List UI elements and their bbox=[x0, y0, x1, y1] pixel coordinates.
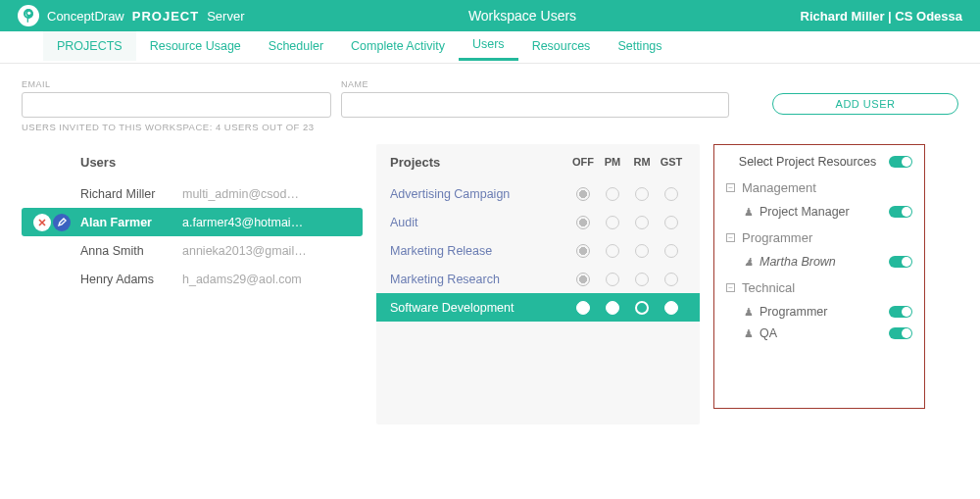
resource-group: −Programmer♟Martha Brown bbox=[726, 230, 912, 273]
brand-block: ConceptDraw PROJECT Server bbox=[18, 5, 244, 26]
resource-name: Programmer bbox=[760, 305, 827, 319]
tab-scheduler[interactable]: Scheduler bbox=[255, 31, 337, 61]
add-user-button[interactable]: ADD USER bbox=[772, 93, 958, 115]
role-radio-off[interactable] bbox=[568, 187, 598, 201]
svg-point-2 bbox=[27, 12, 30, 15]
resource-item[interactable]: ♟Programmer bbox=[726, 301, 912, 323]
current-user[interactable]: Richard Miller | CS Odessa bbox=[801, 9, 962, 24]
user-email: a.farmer43@hotmai… bbox=[182, 216, 363, 229]
resource-name: Project Manager bbox=[760, 205, 850, 219]
user-row[interactable]: Anna Smithannieka2013@gmail… bbox=[22, 236, 363, 265]
resource-toggle[interactable] bbox=[889, 327, 912, 339]
user-row[interactable]: Richard Millermulti_admin@csod… bbox=[22, 179, 363, 208]
project-name: Software Development bbox=[390, 301, 568, 315]
user-row[interactable]: Alan Farmera.farmer43@hotmai… bbox=[22, 208, 363, 236]
project-row[interactable]: Marketing Release bbox=[376, 236, 700, 265]
resource-item[interactable]: ♟QA bbox=[726, 323, 912, 344]
person-icon: ♟ bbox=[744, 256, 753, 269]
resources-title: Select Project Resources bbox=[726, 155, 889, 169]
collapse-icon[interactable]: − bbox=[726, 233, 735, 242]
role-radio-pm[interactable] bbox=[598, 301, 627, 315]
role-radio-rm[interactable] bbox=[627, 244, 657, 258]
col-rm: RM bbox=[627, 156, 657, 168]
collapse-icon[interactable]: − bbox=[726, 283, 735, 292]
projects-header: Projects OFF PM RM GST bbox=[376, 144, 700, 179]
resource-group-header[interactable]: −Management bbox=[726, 180, 912, 195]
name-label: NAME bbox=[341, 79, 729, 89]
page-title: Workspace Users bbox=[244, 8, 800, 24]
role-radio-pm[interactable] bbox=[598, 244, 627, 258]
col-off: OFF bbox=[568, 156, 598, 168]
resources-master-toggle[interactable] bbox=[889, 156, 912, 168]
resource-item[interactable]: ♟Project Manager bbox=[726, 201, 912, 223]
user-row[interactable]: Henry Adamsh_adams29@aol.com bbox=[22, 265, 363, 293]
users-column: Users Richard Millermulti_admin@csod…Ala… bbox=[22, 144, 363, 293]
collapse-icon[interactable]: − bbox=[726, 183, 735, 192]
brand-right: Server bbox=[207, 9, 244, 24]
role-radio-off[interactable] bbox=[568, 301, 598, 315]
col-pm: PM bbox=[598, 156, 627, 168]
role-radio-rm[interactable] bbox=[627, 216, 657, 229]
person-icon: ♟ bbox=[744, 306, 753, 319]
role-radio-gst[interactable] bbox=[657, 273, 686, 286]
tab-settings[interactable]: Settings bbox=[604, 31, 675, 61]
resource-toggle[interactable] bbox=[889, 206, 912, 218]
resources-panel: Select Project Resources −Management♟Pro… bbox=[713, 144, 925, 409]
tab-complete-activity[interactable]: Complete Activity bbox=[337, 31, 459, 61]
user-name: Henry Adams bbox=[76, 273, 182, 286]
role-radio-gst[interactable] bbox=[657, 187, 686, 201]
role-radio-off[interactable] bbox=[568, 244, 598, 258]
resource-item[interactable]: ♟Martha Brown bbox=[726, 251, 912, 273]
invited-count-text: USERS INVITED TO THIS WORKSPACE: 4 USERS… bbox=[22, 122, 749, 132]
tab-resource-usage[interactable]: Resource Usage bbox=[136, 31, 255, 61]
resource-group: −Technical♟Programmer♟QA bbox=[726, 280, 912, 344]
resource-name: Martha Brown bbox=[760, 255, 836, 269]
role-radio-pm[interactable] bbox=[598, 273, 627, 286]
user-name: Alan Farmer bbox=[76, 216, 182, 229]
resource-group: −Management♟Project Manager bbox=[726, 180, 912, 223]
navbar: PROJECTSResource UsageSchedulerComplete … bbox=[0, 31, 980, 61]
project-row[interactable]: Marketing Research bbox=[376, 265, 700, 293]
filters-row: EMAIL NAME USERS INVITED TO THIS WORKSPA… bbox=[0, 64, 980, 132]
tab-users[interactable]: Users bbox=[459, 31, 518, 61]
user-name: Anna Smith bbox=[76, 244, 182, 258]
person-icon: ♟ bbox=[744, 206, 753, 219]
role-radio-pm[interactable] bbox=[598, 187, 627, 201]
brand-mid: PROJECT bbox=[132, 9, 199, 24]
role-radio-gst[interactable] bbox=[657, 244, 686, 258]
resource-toggle[interactable] bbox=[889, 256, 912, 268]
logo-icon bbox=[18, 5, 39, 26]
group-name: Management bbox=[742, 180, 816, 195]
role-radio-rm[interactable] bbox=[627, 187, 657, 201]
group-name: Programmer bbox=[742, 230, 812, 245]
role-radio-rm[interactable] bbox=[627, 273, 657, 286]
resource-toggle[interactable] bbox=[889, 306, 912, 318]
user-email: h_adams29@aol.com bbox=[182, 273, 363, 286]
resource-group-header[interactable]: −Programmer bbox=[726, 230, 912, 245]
delete-icon[interactable] bbox=[33, 214, 51, 231]
email-field[interactable] bbox=[22, 92, 331, 118]
user-email: annieka2013@gmail… bbox=[182, 244, 363, 258]
role-radio-pm[interactable] bbox=[598, 216, 627, 229]
resource-group-header[interactable]: −Technical bbox=[726, 280, 912, 295]
role-radio-rm[interactable] bbox=[627, 301, 657, 315]
role-radio-gst[interactable] bbox=[657, 301, 686, 315]
role-radio-gst[interactable] bbox=[657, 216, 686, 229]
role-radio-off[interactable] bbox=[568, 216, 598, 229]
projects-header-label: Projects bbox=[390, 155, 568, 170]
project-name: Marketing Research bbox=[390, 273, 568, 286]
role-radio-off[interactable] bbox=[568, 273, 598, 286]
project-row[interactable]: Software Development bbox=[376, 293, 700, 322]
project-name: Marketing Release bbox=[390, 244, 568, 258]
project-row[interactable]: Advertising Campaign bbox=[376, 179, 700, 208]
brand-left: ConceptDraw bbox=[47, 9, 124, 24]
projects-column: Projects OFF PM RM GST Advertising Campa… bbox=[376, 144, 700, 424]
tab-projects[interactable]: PROJECTS bbox=[43, 31, 136, 61]
name-field[interactable] bbox=[341, 92, 729, 118]
main-area: Users Richard Millermulti_admin@csod…Ala… bbox=[0, 144, 980, 424]
project-row[interactable]: Audit bbox=[376, 208, 700, 236]
col-gst: GST bbox=[657, 156, 686, 168]
project-name: Audit bbox=[390, 216, 568, 229]
tab-resources[interactable]: Resources bbox=[518, 31, 605, 61]
edit-icon[interactable] bbox=[53, 214, 71, 231]
